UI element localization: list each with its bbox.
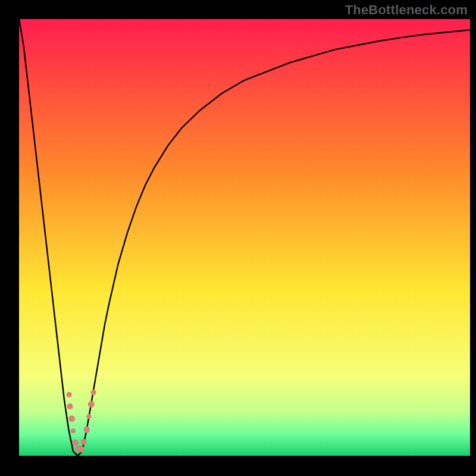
bottleneck-chart [0,0,476,476]
data-point [68,415,75,422]
data-point [77,446,84,453]
chart-container: TheBottleneck.com [0,0,476,476]
data-point [71,428,76,433]
data-point [86,414,91,419]
frame-right [470,0,476,476]
plot-background [19,19,470,456]
data-point [83,427,90,433]
data-point [72,440,79,446]
watermark-text: TheBottleneck.com [345,2,468,18]
frame-bottom [0,456,476,476]
data-point [67,403,73,409]
data-point [90,390,96,395]
data-point [80,439,86,445]
data-point [67,392,72,397]
frame-left [0,0,19,476]
data-point [88,401,95,408]
